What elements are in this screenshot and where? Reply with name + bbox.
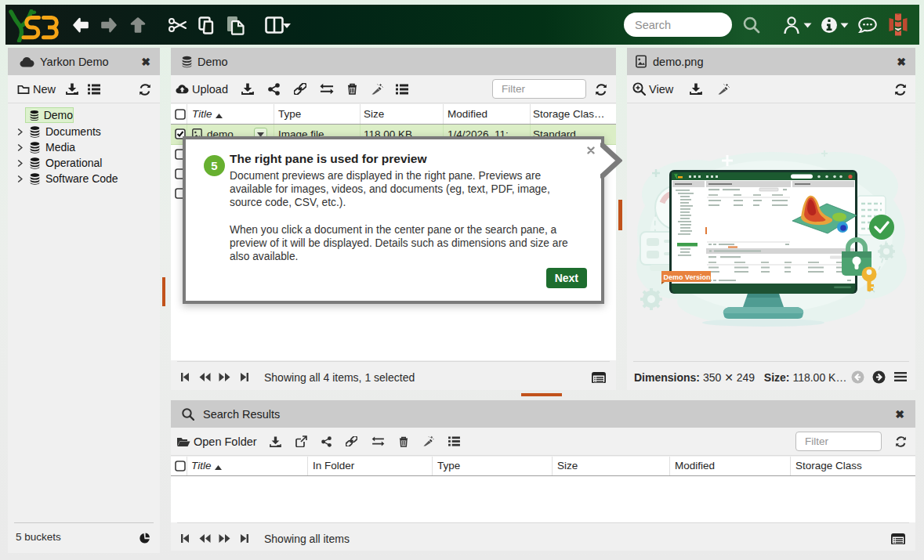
svg-text:Demo Version: Demo Version — [664, 273, 711, 281]
